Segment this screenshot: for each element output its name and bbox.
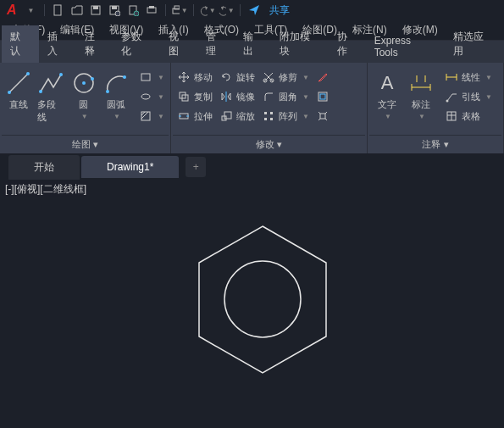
ribbon: 直线 多段线 圆 ▼ 圆弧 ▼ ▼ ▼ ▼ 绘图 ▾ bbox=[0, 63, 504, 154]
new-tab-button[interactable]: + bbox=[186, 157, 206, 177]
svg-point-18 bbox=[82, 81, 86, 85]
line-icon bbox=[5, 69, 32, 97]
rtab-view[interactable]: 视图 bbox=[160, 25, 197, 63]
misc-draw2[interactable]: ▼ bbox=[136, 87, 167, 106]
web-icon[interactable] bbox=[125, 2, 141, 19]
dropdown-icon[interactable]: ▼ bbox=[22, 2, 39, 19]
mirror-icon bbox=[219, 90, 233, 103]
linetype-button[interactable]: 线性▼ bbox=[442, 68, 495, 86]
svg-rect-9 bbox=[149, 6, 154, 8]
rtab-insert[interactable]: 插入 bbox=[39, 25, 76, 63]
svg-rect-24 bbox=[141, 112, 150, 120]
polyline-button[interactable]: 多段线 bbox=[36, 68, 66, 125]
print-icon[interactable]: ▼ bbox=[171, 2, 188, 19]
arc-button[interactable]: 圆弧 ▼ bbox=[101, 68, 131, 122]
rotate-button[interactable]: 旋转 bbox=[217, 68, 258, 86]
line-button[interactable]: 直线 bbox=[3, 68, 34, 113]
svg-rect-35 bbox=[270, 112, 273, 114]
trim-button[interactable]: 修剪▼ bbox=[259, 68, 312, 86]
svg-point-19 bbox=[91, 77, 94, 81]
chevron-down-icon: ▼ bbox=[385, 113, 391, 120]
doc-tab-drawing[interactable]: Drawing1* bbox=[81, 156, 179, 178]
linetype-icon bbox=[445, 70, 458, 84]
chevron-down-icon: ▼ bbox=[418, 113, 425, 120]
svg-point-15 bbox=[39, 90, 42, 93]
leader-button[interactable]: 引线▼ bbox=[442, 87, 495, 106]
stretch-button[interactable]: 拉伸 bbox=[174, 107, 215, 125]
text-icon: A bbox=[374, 69, 401, 97]
svg-rect-37 bbox=[270, 118, 273, 120]
stretch-icon bbox=[177, 109, 191, 123]
svg-line-25 bbox=[141, 112, 145, 115]
open-icon[interactable] bbox=[69, 2, 86, 19]
rtab-annotate[interactable]: 注释 bbox=[76, 25, 114, 63]
rtab-addon[interactable]: 附加模块 bbox=[271, 25, 329, 63]
svg-line-41 bbox=[318, 112, 320, 114]
saveas-icon[interactable] bbox=[106, 2, 123, 19]
circle-label: 圆 bbox=[79, 98, 88, 111]
pencil-icon bbox=[316, 70, 330, 84]
svg-point-13 bbox=[8, 91, 11, 94]
dim-label: 标注 bbox=[412, 98, 430, 111]
modify-panel-title[interactable]: 修改 ▾ bbox=[173, 135, 365, 153]
viewport-label[interactable]: [-][俯视][二维线框] bbox=[3, 181, 88, 197]
plot-icon[interactable] bbox=[143, 2, 160, 19]
fillet-button[interactable]: 圆角▼ bbox=[259, 87, 312, 106]
share-icon[interactable] bbox=[246, 2, 263, 19]
share-label[interactable]: 共享 bbox=[269, 3, 290, 18]
leader-icon bbox=[445, 90, 458, 103]
annotate-panel-title[interactable]: 注释 ▾ bbox=[369, 135, 501, 153]
svg-point-20 bbox=[106, 90, 109, 93]
rtab-output[interactable]: 输出 bbox=[235, 25, 272, 63]
move-button[interactable]: 移动 bbox=[174, 68, 215, 86]
svg-marker-58 bbox=[199, 226, 326, 373]
divider bbox=[240, 4, 241, 16]
save-icon[interactable] bbox=[87, 2, 104, 19]
doc-tab-start[interactable]: 开始 bbox=[8, 155, 80, 180]
new-icon[interactable] bbox=[50, 2, 67, 19]
array-button[interactable]: 阵列▼ bbox=[259, 107, 312, 125]
trim-icon bbox=[262, 70, 275, 84]
rtab-featured[interactable]: 精选应用 bbox=[445, 25, 502, 63]
table-button[interactable]: 表格 bbox=[442, 107, 495, 125]
app-logo: A bbox=[3, 3, 20, 18]
rtab-param[interactable]: 参数化 bbox=[113, 25, 160, 63]
mirror-button[interactable]: 镜像 bbox=[217, 87, 258, 106]
scale-icon bbox=[219, 109, 233, 123]
polyline-icon bbox=[37, 69, 64, 97]
drawing-content bbox=[169, 214, 356, 383]
svg-point-23 bbox=[141, 94, 150, 99]
scale-button[interactable]: 缩放 bbox=[217, 107, 258, 125]
svg-point-54 bbox=[446, 100, 449, 103]
modify-extra2[interactable] bbox=[313, 87, 332, 106]
dim-icon bbox=[407, 69, 435, 97]
svg-line-44 bbox=[325, 119, 327, 120]
rtab-collab[interactable]: 协作 bbox=[329, 25, 366, 63]
modify-extra3[interactable] bbox=[313, 107, 332, 125]
dim-button[interactable]: 标注 ▼ bbox=[405, 68, 437, 122]
hatch-icon bbox=[139, 109, 152, 123]
modify-extra1[interactable] bbox=[313, 68, 332, 86]
svg-point-16 bbox=[59, 73, 63, 76]
arc-icon bbox=[102, 69, 130, 97]
undo-icon[interactable]: ▼ bbox=[199, 2, 216, 19]
draw-panel-title[interactable]: 绘图 ▾ bbox=[2, 135, 169, 153]
svg-rect-34 bbox=[264, 112, 267, 114]
svg-rect-4 bbox=[112, 6, 117, 9]
rtab-default[interactable]: 默认 bbox=[2, 25, 39, 63]
drawing-canvas[interactable]: [-][俯视][二维线框] bbox=[0, 180, 504, 428]
copy-button[interactable]: 复制 bbox=[174, 87, 215, 106]
rtab-manage[interactable]: 管理 bbox=[197, 25, 235, 63]
rotate-icon bbox=[219, 70, 233, 84]
text-button[interactable]: A 文字 ▼ bbox=[371, 68, 403, 122]
redo-icon[interactable]: ▼ bbox=[218, 2, 235, 19]
chevron-down-icon: ▼ bbox=[81, 113, 88, 120]
misc-draw3[interactable]: ▼ bbox=[136, 107, 167, 125]
svg-point-21 bbox=[123, 75, 126, 79]
arc-label: 圆弧 bbox=[107, 98, 125, 111]
circle-button[interactable]: 圆 ▼ bbox=[69, 68, 99, 122]
fillet-icon bbox=[262, 90, 275, 103]
rtab-express[interactable]: Express Tools bbox=[366, 31, 446, 63]
misc-draw1[interactable]: ▼ bbox=[136, 68, 167, 86]
svg-rect-31 bbox=[224, 112, 231, 119]
